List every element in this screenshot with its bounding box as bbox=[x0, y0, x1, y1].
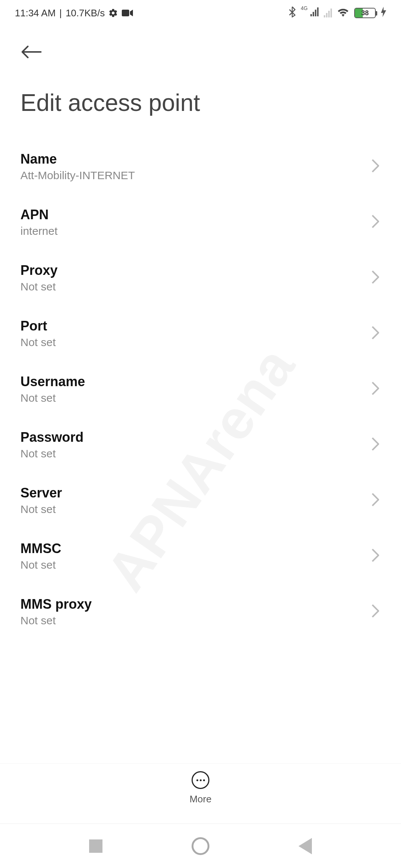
setting-row-name[interactable]: Name Att-Mobility-INTERNET bbox=[20, 139, 381, 194]
setting-label: MMSC bbox=[20, 541, 372, 556]
setting-value: Att-Mobility-INTERNET bbox=[20, 169, 372, 182]
status-right: 4G 38 bbox=[289, 6, 386, 20]
chevron-right-icon bbox=[372, 270, 381, 285]
nav-home-button[interactable] bbox=[192, 837, 209, 855]
more-button[interactable]: More bbox=[0, 763, 401, 812]
svg-rect-0 bbox=[122, 10, 129, 16]
setting-row-port[interactable]: Port Not set bbox=[20, 306, 381, 361]
setting-label: APN bbox=[20, 207, 372, 223]
setting-row-username[interactable]: Username Not set bbox=[20, 361, 381, 417]
chevron-right-icon bbox=[372, 437, 381, 452]
gear-icon bbox=[108, 8, 118, 18]
settings-list: APNArena Name Att-Mobility-INTERNET APN … bbox=[0, 139, 401, 799]
page-title: Edit access point bbox=[20, 89, 381, 116]
setting-label: Name bbox=[20, 151, 372, 167]
nav-recent-button[interactable] bbox=[89, 839, 102, 853]
status-separator: | bbox=[59, 7, 62, 19]
status-left: 11:34 AM | 10.7KB/s bbox=[15, 7, 133, 19]
setting-row-proxy[interactable]: Proxy Not set bbox=[20, 250, 381, 306]
battery-icon: 38 bbox=[354, 8, 376, 18]
signal-1: 4G bbox=[301, 7, 319, 19]
setting-value: Not set bbox=[20, 503, 372, 516]
setting-row-apn[interactable]: APN internet bbox=[20, 194, 381, 250]
status-data-rate: 10.7KB/s bbox=[66, 7, 105, 19]
setting-label: MMS proxy bbox=[20, 596, 372, 612]
setting-label: Server bbox=[20, 485, 372, 501]
setting-label: Password bbox=[20, 430, 372, 445]
chevron-right-icon bbox=[372, 326, 381, 341]
setting-value: Not set bbox=[20, 447, 372, 460]
header: Edit access point bbox=[0, 26, 401, 139]
chevron-right-icon bbox=[372, 493, 381, 508]
charging-icon bbox=[381, 7, 386, 20]
navigation-bar bbox=[0, 823, 401, 868]
setting-row-password[interactable]: Password Not set bbox=[20, 417, 381, 473]
setting-row-mms-proxy[interactable]: MMS proxy Not set bbox=[20, 584, 381, 640]
setting-value: Not set bbox=[20, 559, 372, 571]
setting-label: Port bbox=[20, 318, 372, 334]
ellipsis-icon bbox=[192, 771, 209, 789]
chevron-right-icon bbox=[372, 604, 381, 619]
setting-value: Not set bbox=[20, 614, 372, 627]
camera-icon bbox=[122, 9, 133, 17]
setting-value: internet bbox=[20, 225, 372, 237]
battery-percent: 38 bbox=[361, 9, 369, 17]
chevron-right-icon bbox=[372, 159, 381, 174]
chevron-right-icon bbox=[372, 382, 381, 397]
setting-value: Not set bbox=[20, 336, 372, 349]
signal-2-no-service bbox=[324, 9, 332, 17]
back-button[interactable] bbox=[20, 41, 43, 63]
setting-value: Not set bbox=[20, 280, 372, 293]
setting-value: Not set bbox=[20, 392, 372, 404]
more-label: More bbox=[189, 793, 211, 805]
chevron-right-icon bbox=[372, 549, 381, 563]
setting-label: Proxy bbox=[20, 263, 372, 278]
wifi-icon bbox=[337, 7, 349, 19]
status-bar: 11:34 AM | 10.7KB/s 4G 38 bbox=[0, 0, 401, 26]
setting-row-server[interactable]: Server Not set bbox=[20, 473, 381, 528]
nav-back-button[interactable] bbox=[299, 838, 312, 854]
chevron-right-icon bbox=[372, 215, 381, 230]
setting-row-mmsc[interactable]: MMSC Not set bbox=[20, 528, 381, 584]
bluetooth-icon bbox=[289, 6, 296, 20]
setting-label: Username bbox=[20, 374, 372, 389]
status-time: 11:34 AM bbox=[15, 7, 56, 19]
